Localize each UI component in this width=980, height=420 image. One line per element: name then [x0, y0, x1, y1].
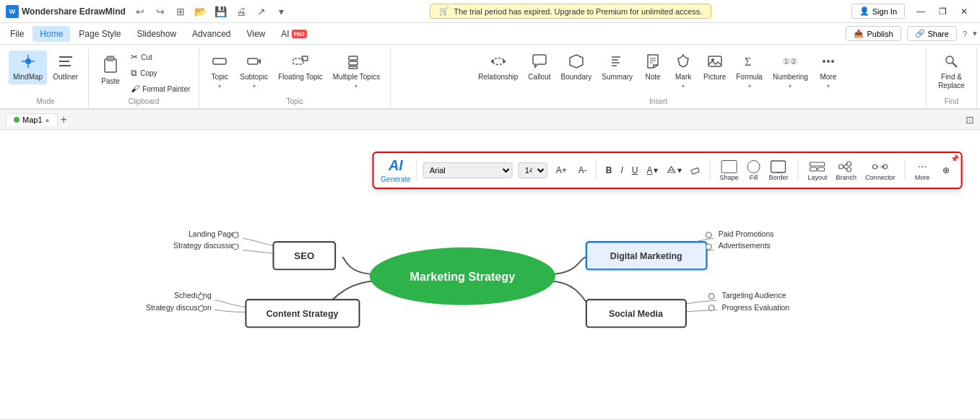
- more-dropdown-btn[interactable]: ▾: [273, 3, 290, 20]
- maximize-btn[interactable]: ❐: [932, 3, 953, 20]
- more-insert-btn[interactable]: More ▾: [814, 51, 843, 92]
- font-color-btn[interactable]: A ▾: [643, 163, 661, 178]
- new-btn[interactable]: ⊞: [172, 3, 189, 20]
- highlight-btn[interactable]: ▾: [663, 163, 685, 178]
- minimize-btn[interactable]: —: [911, 3, 931, 20]
- numbering-btn[interactable]: ①② Numbering ▾: [768, 51, 812, 92]
- new-tab-btn[interactable]: +: [61, 113, 67, 126]
- floating-topic-label: Floating Topic: [278, 73, 323, 82]
- bold-btn[interactable]: B: [602, 163, 616, 178]
- share-icon: 🔗: [915, 29, 925, 38]
- callout-btn[interactable]: Callout: [524, 51, 555, 84]
- note-btn[interactable]: Note: [638, 51, 667, 84]
- formula-dropdown-icon: ▾: [748, 83, 751, 89]
- floating-topic-btn[interactable]: Floating Topic: [274, 51, 327, 84]
- advertisements-label: Advertisements: [719, 242, 771, 250]
- branch-btn[interactable]: Branch: [833, 158, 861, 183]
- trial-text: The trial period has expired. Upgrade to…: [454, 7, 702, 16]
- more-insert-icon: [820, 53, 836, 71]
- layout-icon: [810, 160, 825, 173]
- outliner-icon: [58, 53, 74, 71]
- help-button[interactable]: ?: [963, 30, 967, 38]
- font-size-select[interactable]: 1410121618: [519, 162, 547, 178]
- sign-in-button[interactable]: 👤 Sign In: [851, 4, 905, 19]
- formula-icon: Σ: [742, 53, 758, 71]
- title-bar-controls: ↩ ↪ ⊞ 📂 💾 🖨 ↗ ▾: [131, 3, 290, 20]
- menu-item-view[interactable]: View: [239, 26, 272, 42]
- menu-item-ai[interactable]: AI Hot: [274, 26, 313, 42]
- numbering-label: Numbering: [773, 73, 808, 82]
- shape-btn[interactable]: Shape: [716, 158, 742, 183]
- subtopic-icon: [246, 53, 262, 71]
- mark-btn[interactable]: Mark ▾: [669, 51, 698, 92]
- menu-item-slideshow[interactable]: Slideshow: [129, 26, 183, 42]
- menu-item-home[interactable]: Home: [32, 26, 70, 42]
- cut-btn[interactable]: ✂ Cut: [128, 51, 193, 64]
- mark-dropdown-icon: ▾: [682, 83, 685, 89]
- print-btn[interactable]: 🖨: [233, 3, 250, 20]
- shape-tools-group: Shape Fill Border: [716, 158, 792, 183]
- svg-rect-38: [691, 167, 699, 174]
- paste-icon: [102, 53, 119, 76]
- share-button[interactable]: 🔗 Share: [907, 26, 957, 41]
- formula-btn[interactable]: Σ Formula ▾: [732, 51, 767, 92]
- topic-btn[interactable]: Topic ▾: [205, 51, 234, 92]
- toolbar-sep-2: [596, 159, 597, 181]
- text-format-group: B I U A ▾ ▾: [602, 163, 704, 178]
- tab-map1[interactable]: Map1 ●: [6, 113, 58, 126]
- svg-rect-9: [107, 56, 114, 61]
- svg-rect-42: [818, 167, 825, 171]
- ai-generate-label: Generate: [381, 175, 411, 183]
- menu-item-page-style[interactable]: Page Style: [71, 26, 128, 42]
- italic-btn[interactable]: I: [617, 163, 626, 178]
- outliner-label: Outliner: [53, 73, 78, 82]
- layout-btn[interactable]: Layout: [805, 158, 831, 183]
- svg-point-32: [823, 60, 825, 63]
- subtopic-btn[interactable]: Subtopic ▾: [235, 51, 272, 92]
- callout-label: Callout: [528, 73, 550, 82]
- fill-label: Fill: [750, 174, 758, 181]
- export-btn[interactable]: ↗: [253, 3, 270, 20]
- close-btn[interactable]: ✕: [954, 3, 974, 20]
- increase-font-btn[interactable]: A+: [553, 164, 570, 177]
- paste-btn[interactable]: Paste: [95, 51, 126, 89]
- fill-btn[interactable]: Fill: [744, 158, 764, 183]
- toolbar-pin-btn[interactable]: 📌: [950, 154, 959, 162]
- find-replace-btn[interactable]: Find &Replace: [934, 51, 969, 93]
- copy-btn[interactable]: ⧉ Copy: [128, 66, 193, 79]
- undo-btn[interactable]: ↩: [131, 3, 149, 20]
- menu-item-file[interactable]: File: [3, 26, 31, 42]
- svg-text:Σ: Σ: [745, 56, 751, 68]
- expand-toolbar-btn[interactable]: ⊕: [939, 163, 953, 178]
- publish-button[interactable]: 📤 Publish: [846, 26, 901, 41]
- more-toolbar-btn[interactable]: ··· More: [911, 158, 934, 183]
- ribbon: MindMap Outliner Mode Paste ✂ C: [0, 45, 980, 110]
- scheduling-label: Scheduling: [174, 292, 212, 299]
- save-btn[interactable]: 💾: [212, 3, 230, 20]
- menu-item-advanced[interactable]: Advanced: [185, 26, 238, 42]
- trial-banner[interactable]: 🛒 The trial period has expired. Upgrade …: [430, 4, 711, 19]
- border-btn[interactable]: Border: [766, 158, 792, 183]
- relationship-btn[interactable]: Relationship: [474, 51, 522, 84]
- decrease-font-btn[interactable]: A-: [576, 164, 590, 177]
- multiple-topics-btn[interactable]: Multiple Topics ▾: [329, 51, 384, 92]
- eraser-btn[interactable]: [687, 163, 704, 178]
- font-family-select[interactable]: ArialTimes New RomanCalibri: [423, 162, 513, 178]
- canvas-maximize-btn[interactable]: ⊡: [966, 114, 974, 126]
- svg-point-0: [25, 58, 31, 64]
- picture-btn[interactable]: Picture: [699, 51, 730, 84]
- summary-btn[interactable]: Summary: [597, 51, 637, 84]
- boundary-btn[interactable]: Boundary: [557, 51, 597, 84]
- branch-label: Branch: [836, 174, 857, 181]
- open-btn[interactable]: 📂: [192, 3, 209, 20]
- ai-generate-btn[interactable]: AI Generate: [381, 157, 411, 183]
- outliner-btn[interactable]: Outliner: [48, 51, 82, 84]
- border-icon: [771, 160, 786, 173]
- mindmap-btn[interactable]: MindMap: [9, 51, 47, 84]
- redo-btn[interactable]: ↪: [152, 3, 169, 20]
- connector-btn[interactable]: Connector: [862, 158, 899, 183]
- format-painter-btn[interactable]: 🖌 Format Painter: [128, 82, 193, 95]
- tab-close-btn[interactable]: ●: [45, 116, 50, 124]
- help-dropdown-btn[interactable]: ▾: [973, 29, 977, 38]
- underline-btn[interactable]: U: [628, 163, 642, 178]
